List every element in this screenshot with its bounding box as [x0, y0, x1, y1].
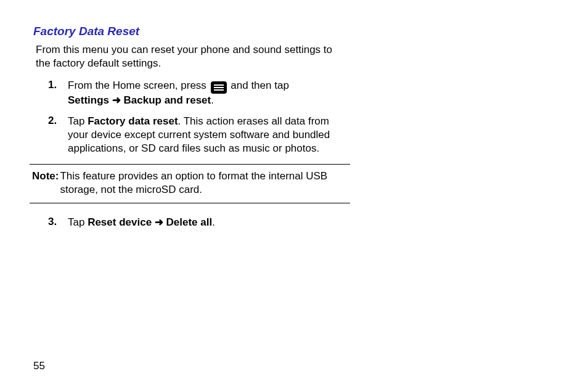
step-bold-text: Reset device — [88, 216, 152, 228]
menu-icon — [211, 81, 227, 94]
step-bold-text: Backup and reset — [124, 94, 211, 106]
step-list: 1. From the Home screen, press and then … — [33, 79, 341, 155]
step-item: 2. Tap Factory data reset. This action e… — [33, 115, 341, 155]
step-body: From the Home screen, press and then tap… — [68, 79, 341, 107]
note-row: Note: This feature provides an option to… — [32, 169, 350, 197]
step-number: 2. — [48, 115, 68, 155]
arrow-glyph: ➜ — [109, 94, 123, 106]
note-text: This feature provides an option to forma… — [60, 169, 350, 197]
step-text: From the Home screen, press — [68, 80, 210, 91]
arrow-glyph: ➜ — [152, 216, 166, 228]
svg-rect-1 — [214, 87, 224, 88]
svg-rect-0 — [214, 84, 224, 86]
step-number: 1. — [48, 79, 68, 107]
note-block: Note: This feature provides an option to… — [30, 164, 350, 203]
content-column: Factory Data Reset From this menu you ca… — [33, 25, 341, 229]
step-text: Tap — [68, 115, 88, 127]
page-number: 55 — [33, 360, 45, 372]
step-body: Tap Reset device ➜ Delete all. — [68, 216, 341, 229]
step-text: and then tap — [228, 80, 289, 91]
section-heading: Factory Data Reset — [33, 25, 341, 38]
manual-page: Factory Data Reset From this menu you ca… — [0, 0, 588, 392]
intro-paragraph: From this menu you can reset your phone … — [36, 43, 339, 70]
step-bold-text: Settings — [68, 94, 109, 106]
step-list-cont: 3. Tap Reset device ➜ Delete all. — [33, 216, 341, 229]
step-text: . — [212, 216, 215, 228]
svg-rect-2 — [214, 89, 224, 91]
note-label: Note: — [32, 169, 60, 197]
step-text: Tap — [68, 216, 88, 228]
step-bold-text: Factory data reset — [88, 115, 178, 127]
step-text: . — [211, 94, 214, 106]
step-item: 1. From the Home screen, press and then … — [33, 79, 341, 107]
step-number: 3. — [48, 216, 68, 229]
step-bold-text: Delete all — [166, 216, 213, 228]
step-body: Tap Factory data reset. This action eras… — [68, 115, 341, 155]
step-item: 3. Tap Reset device ➜ Delete all. — [33, 216, 341, 229]
